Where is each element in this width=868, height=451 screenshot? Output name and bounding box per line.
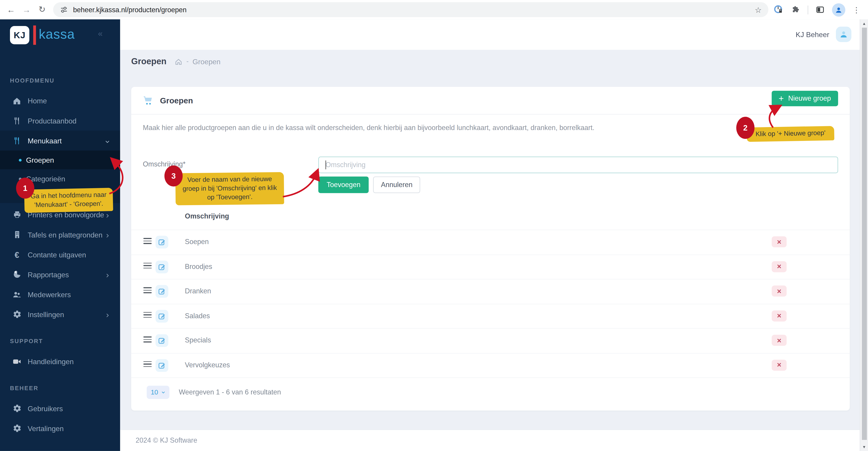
side-panel-icon[interactable] <box>815 5 825 14</box>
url-bar[interactable]: beheer.kjkassa.nl/producten/groepen ☆ <box>53 2 769 17</box>
sidebar: KJ kassa « HOOFDMENU Home Productaanbod <box>0 20 120 451</box>
sidebar-item-label: Contante uitgaven <box>28 250 86 259</box>
callout-3-note: Voer de naam van de nieuwe groep in bij … <box>175 172 284 205</box>
table-row: Specials × <box>131 328 850 353</box>
edit-button[interactable] <box>155 285 168 298</box>
annuleren-button[interactable]: Annuleren <box>373 176 420 193</box>
section-label-support: SUPPORT <box>10 337 43 344</box>
sidebar-item-rapportages[interactable]: Rapportages <box>0 264 120 284</box>
new-group-button[interactable]: + Nieuwe groep <box>771 91 838 106</box>
printer-icon <box>12 210 22 219</box>
browser-back-button[interactable]: ← <box>4 3 18 16</box>
scroll-down-icon[interactable]: ▼ <box>860 443 868 451</box>
drag-handle-icon[interactable] <box>144 336 152 344</box>
drag-handle-icon[interactable] <box>144 312 152 320</box>
utensils-icon <box>12 136 22 146</box>
scroll-up-icon[interactable]: ▲ <box>860 20 868 27</box>
drag-handle-icon[interactable] <box>144 361 152 369</box>
sidebar-item-gebruikers[interactable]: Gebruikers <box>0 398 120 418</box>
sidebar-item-handleidingen[interactable]: Handleidingen <box>0 351 120 371</box>
browser-window: ← → ↻ beheer.kjkassa.nl/producten/groepe… <box>0 0 868 451</box>
table-row: Salades × <box>131 303 850 328</box>
pie-chart-icon <box>12 270 22 279</box>
browser-reload-button[interactable]: ↻ <box>35 3 49 16</box>
pagination: 10 Weergeven 1 - 6 van 6 resultaten <box>147 386 281 399</box>
callout-2-badge: 2 <box>736 117 755 139</box>
chevron-right-icon <box>104 212 110 217</box>
app-header: KJ Beheer <box>120 20 868 50</box>
chevron-right-icon <box>104 271 110 277</box>
plus-icon: + <box>779 93 784 103</box>
user-avatar[interactable] <box>836 27 851 42</box>
sidebar-item-medewerkers[interactable]: Medewerkers <box>0 284 120 304</box>
table-row: Vervolgkeuzes × <box>131 353 850 378</box>
section-label-beheer: BEHEER <box>10 385 38 391</box>
sidebar-item-productaanbod[interactable]: Productaanbod <box>0 110 120 130</box>
sidebar-item-groepen[interactable]: Groepen <box>0 151 120 169</box>
sidebar-item-tafels[interactable]: Tafels en plattegronden <box>0 225 120 245</box>
browser-menu-icon[interactable]: ⋮ <box>852 5 860 14</box>
breadcrumb-home-icon[interactable] <box>174 57 183 66</box>
toolbar-separator <box>808 5 808 14</box>
drag-handle-icon[interactable] <box>144 263 152 270</box>
edit-button[interactable] <box>155 359 168 372</box>
sidebar-item-label: Rapportages <box>28 270 69 279</box>
sidebar-collapse-icon[interactable]: « <box>98 29 102 38</box>
group-name: Vervolgkeuzes <box>185 361 230 369</box>
sidebar-item-vertalingen[interactable]: Vertalingen <box>0 418 120 438</box>
page-scrollbar[interactable]: ▲ ▼ <box>860 20 868 451</box>
sidebar-item-label: Productaanbod <box>28 117 76 125</box>
gear-icon <box>12 404 22 413</box>
privacy-extension-icon[interactable] <box>773 4 784 15</box>
chevron-right-icon <box>104 232 110 237</box>
app-logo[interactable]: KJ kassa « <box>0 25 120 47</box>
card-title: Groepen <box>160 96 193 105</box>
gear-icon <box>12 310 22 319</box>
delete-button[interactable]: × <box>772 236 786 248</box>
omschrijving-input[interactable] <box>318 157 838 173</box>
page-size-value: 10 <box>151 388 158 396</box>
browser-actions: ⋮ <box>773 0 860 20</box>
omschrijving-label: Omschrijving* <box>143 160 186 168</box>
site-settings-icon[interactable] <box>60 5 68 14</box>
callout-1-note: Ga in het hoofdmenu naar 'Menukaart' - '… <box>24 188 113 213</box>
breadcrumb-separator: - <box>186 58 189 65</box>
edit-button[interactable] <box>155 236 168 248</box>
table-row: Soepen × <box>131 230 850 254</box>
section-label-hoofdmenu: HOOFDMENU <box>10 77 55 84</box>
toevoegen-button[interactable]: Toevoegen <box>318 176 369 193</box>
delete-button[interactable]: × <box>772 359 786 371</box>
sidebar-item-menukaart[interactable]: Menukaart <box>0 130 120 151</box>
delete-button[interactable]: × <box>772 335 786 346</box>
card-header: Groepen + Nieuwe groep <box>131 87 850 115</box>
sidebar-item-label: Instellingen <box>28 310 64 318</box>
sidebar-item-label: Groepen <box>26 156 54 164</box>
edit-button[interactable] <box>155 334 168 347</box>
edit-button[interactable] <box>155 260 168 273</box>
browser-forward-button[interactable]: → <box>20 3 33 16</box>
page-size-select[interactable]: 10 <box>147 386 169 399</box>
delete-button[interactable]: × <box>772 261 786 272</box>
sidebar-item-home[interactable]: Home <box>0 91 120 110</box>
user-menu[interactable]: KJ Beheer <box>796 27 851 42</box>
drag-handle-icon[interactable] <box>144 287 152 295</box>
browser-profile-avatar[interactable] <box>832 3 845 16</box>
sidebar-item-contante-uitgaven[interactable]: € Contante uitgaven <box>0 245 120 264</box>
sidebar-item-label: Gebruikers <box>28 404 63 413</box>
building-icon <box>12 230 22 239</box>
new-group-button-label: Nieuwe groep <box>788 95 831 102</box>
page-title: Groepen <box>131 57 166 66</box>
scrollbar-thumb[interactable] <box>862 28 867 440</box>
delete-button[interactable]: × <box>772 310 786 321</box>
sidebar-item-label: Home <box>28 97 47 105</box>
delete-button[interactable]: × <box>772 285 786 296</box>
copyright-text: 2024 © KJ Software <box>135 437 197 444</box>
logo-initials: KJ <box>10 26 29 44</box>
extensions-puzzle-icon[interactable] <box>791 5 801 14</box>
drag-handle-icon[interactable] <box>144 238 152 246</box>
chevron-right-icon <box>104 312 110 317</box>
bookmark-star-icon[interactable]: ☆ <box>755 5 762 14</box>
sidebar-item-instellingen[interactable]: Instellingen <box>0 304 120 324</box>
edit-button[interactable] <box>155 310 168 322</box>
group-name: Specials <box>185 336 211 344</box>
